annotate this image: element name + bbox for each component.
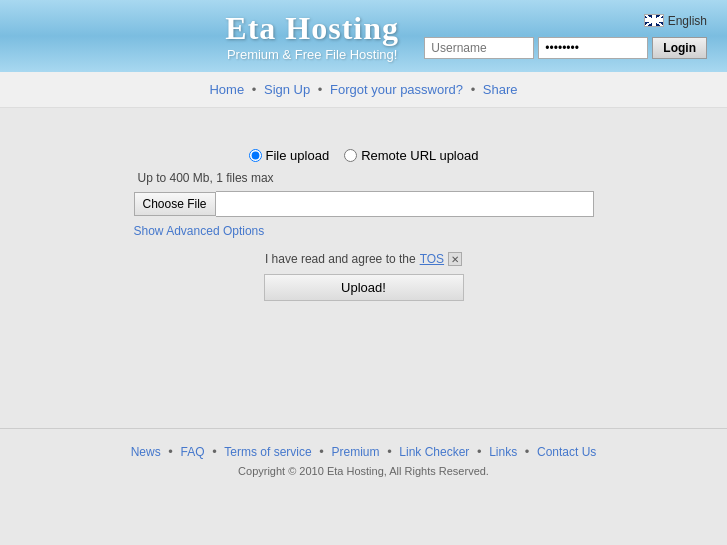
footer-link-checker[interactable]: Link Checker [399,445,469,459]
file-limit-text: Up to 400 Mb, 1 files max [138,171,594,185]
copyright: Copyright © 2010 Eta Hosting, All Rights… [0,465,727,477]
file-upload-label: File upload [266,148,330,163]
remote-url-option[interactable]: Remote URL upload [344,148,478,163]
flag-icon [644,14,664,27]
logo-area: Eta Hosting Premium & Free File Hosting! [225,10,399,62]
remote-url-label: Remote URL upload [361,148,478,163]
footer-dot-4: • [387,444,392,459]
footer-dot-1: • [168,444,173,459]
footer-news[interactable]: News [131,445,161,459]
tos-text: I have read and agree to the [265,252,416,266]
choose-file-button[interactable]: Choose File [134,192,216,216]
nav-share[interactable]: Share [483,82,518,97]
header: Eta Hosting Premium & Free File Hosting!… [0,0,727,72]
main-content: File upload Remote URL upload Up to 400 … [0,108,727,408]
footer-links-link[interactable]: Links [489,445,517,459]
footer-contact-us[interactable]: Contact Us [537,445,596,459]
footer: News • FAQ • Terms of service • Premium … [0,428,727,492]
tos-row: I have read and agree to the TOS ✕ [134,252,594,266]
footer-links: News • FAQ • Terms of service • Premium … [0,444,727,459]
nav: Home • Sign Up • Forgot your password? •… [0,72,727,108]
nav-dot-3: • [471,82,476,97]
footer-dot-5: • [477,444,482,459]
password-input[interactable] [538,37,648,59]
logo-title: Eta Hosting [225,10,399,47]
nav-forgot-password[interactable]: Forgot your password? [330,82,463,97]
advanced-options-link[interactable]: Show Advanced Options [134,224,265,238]
login-button[interactable]: Login [652,37,707,59]
footer-dot-3: • [319,444,324,459]
footer-faq[interactable]: FAQ [180,445,204,459]
upload-button[interactable]: Upload! [264,274,464,301]
username-input[interactable] [424,37,534,59]
file-upload-radio[interactable] [249,149,262,162]
nav-home[interactable]: Home [209,82,244,97]
file-upload-option[interactable]: File upload [249,148,330,163]
language-label: English [668,14,707,28]
nav-dot-1: • [252,82,257,97]
login-row: Login [424,37,707,59]
upload-box: File upload Remote URL upload Up to 400 … [114,128,614,321]
file-input-row: Choose File [134,191,594,217]
file-path-display [216,191,594,217]
tos-link[interactable]: TOS [420,252,444,266]
footer-dot-6: • [525,444,530,459]
footer-dot-2: • [212,444,217,459]
remote-url-radio[interactable] [344,149,357,162]
language-selector[interactable]: English [644,14,707,28]
footer-premium[interactable]: Premium [331,445,379,459]
upload-type-row: File upload Remote URL upload [134,148,594,163]
tos-checkbox[interactable]: ✕ [448,252,462,266]
footer-tos[interactable]: Terms of service [224,445,311,459]
logo-subtitle: Premium & Free File Hosting! [225,47,399,62]
nav-dot-2: • [318,82,323,97]
nav-signup[interactable]: Sign Up [264,82,310,97]
login-area: English Login [424,14,707,59]
